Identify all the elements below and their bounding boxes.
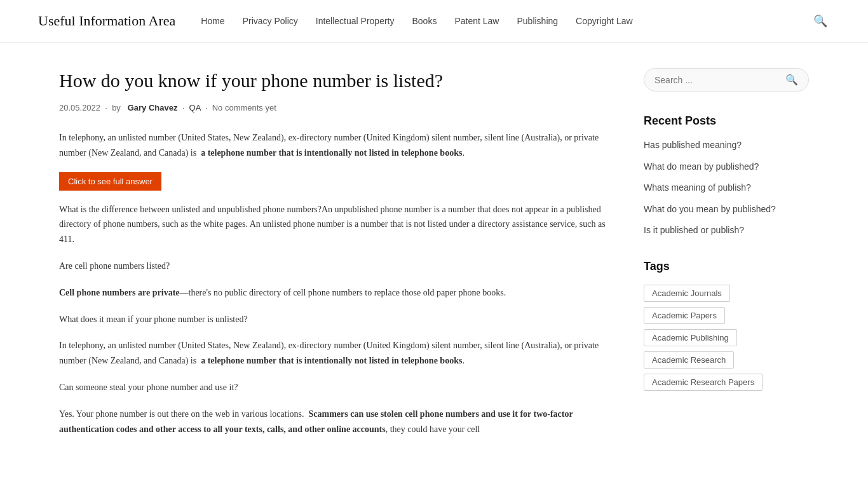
recent-posts-list: Has published meaning? What do mean by p… xyxy=(644,139,809,237)
main-content: How do you know if your phone number is … xyxy=(59,68,612,448)
site-header: Useful Information Area Home Privacy Pol… xyxy=(0,0,868,43)
tag-item[interactable]: Academic Publishing xyxy=(644,329,737,346)
list-item: What do mean by published? xyxy=(644,161,809,173)
recent-post-link[interactable]: What do you mean by published? xyxy=(644,204,776,214)
article-category: QA xyxy=(189,103,201,112)
tags-section: Tags Academic Journals Academic Papers A… xyxy=(644,260,809,391)
article-date: 20.05.2022 xyxy=(59,103,100,112)
nav-books[interactable]: Books xyxy=(412,16,437,26)
recent-posts-title: Recent Posts xyxy=(644,114,809,128)
recent-post-link[interactable]: Has published meaning? xyxy=(644,140,742,150)
tag-item[interactable]: Academic Papers xyxy=(644,307,725,324)
article-para-8: Yes. Your phone number is out there on t… xyxy=(59,407,612,437)
sidebar: 🔍 Recent Posts Has published meaning? Wh… xyxy=(644,68,809,448)
tag-item[interactable]: Academic Research Papers xyxy=(644,374,763,391)
search-icon: 🔍 xyxy=(785,74,798,85)
page-container: How do you know if your phone number is … xyxy=(21,43,847,473)
list-item: Has published meaning? xyxy=(644,139,809,152)
tags-title: Tags xyxy=(644,260,809,273)
article-para-6: In telephony, an unlisted number (United… xyxy=(59,338,612,369)
nav-ip[interactable]: Intellectual Property xyxy=(316,16,395,26)
click-to-see-answer-button[interactable]: Click to see full answer xyxy=(59,172,161,191)
nav-publishing[interactable]: Publishing xyxy=(517,16,558,26)
article-body: In telephony, an unlisted number (United… xyxy=(59,130,612,437)
recent-post-link[interactable]: What do mean by published? xyxy=(644,161,759,172)
article-title: How do you know if your phone number is … xyxy=(59,68,612,93)
list-item: Is it published or publish? xyxy=(644,224,809,237)
header-search-button[interactable]: 🔍 xyxy=(811,11,830,30)
article-comments: No comments yet xyxy=(212,103,276,112)
main-nav: Home Privacy Policy Intellectual Propert… xyxy=(201,16,792,26)
article-para-7: Can someone steal your phone number and … xyxy=(59,380,612,395)
article-para-1: In telephony, an unlisted number (United… xyxy=(59,130,612,161)
article-meta: 20.05.2022 · by Gary Chavez · QA · No co… xyxy=(59,103,612,112)
list-item: What do you mean by published? xyxy=(644,203,809,216)
tag-item[interactable]: Academic Journals xyxy=(644,285,730,302)
search-icon: 🔍 xyxy=(813,15,827,27)
article-author: Gary Chavez xyxy=(128,103,178,112)
recent-post-link[interactable]: Whats meaning of publish? xyxy=(644,182,751,193)
article-para-5: What does it mean if your phone number i… xyxy=(59,312,612,327)
recent-posts-section: Recent Posts Has published meaning? What… xyxy=(644,114,809,237)
nav-privacy[interactable]: Privacy Policy xyxy=(243,16,298,26)
tag-list: Academic Journals Academic Papers Academ… xyxy=(644,285,809,391)
nav-patent[interactable]: Patent Law xyxy=(454,16,499,26)
sidebar-search-button[interactable]: 🔍 xyxy=(785,74,798,86)
nav-copyright[interactable]: Copyright Law xyxy=(576,16,633,26)
list-item: Whats meaning of publish? xyxy=(644,182,809,194)
sidebar-search-input[interactable] xyxy=(654,75,785,85)
recent-post-link[interactable]: Is it published or publish? xyxy=(644,225,744,235)
article-para-4: Cell phone numbers are private—there's n… xyxy=(59,285,612,301)
tag-item[interactable]: Academic Research xyxy=(644,351,734,369)
sidebar-search-box: 🔍 xyxy=(644,68,809,92)
site-title: Useful Information Area xyxy=(38,13,175,29)
article-para-3: Are cell phone numbers listed? xyxy=(59,259,612,274)
article-para-2: What is the difference between unlisted … xyxy=(59,202,612,247)
nav-home[interactable]: Home xyxy=(201,16,224,26)
